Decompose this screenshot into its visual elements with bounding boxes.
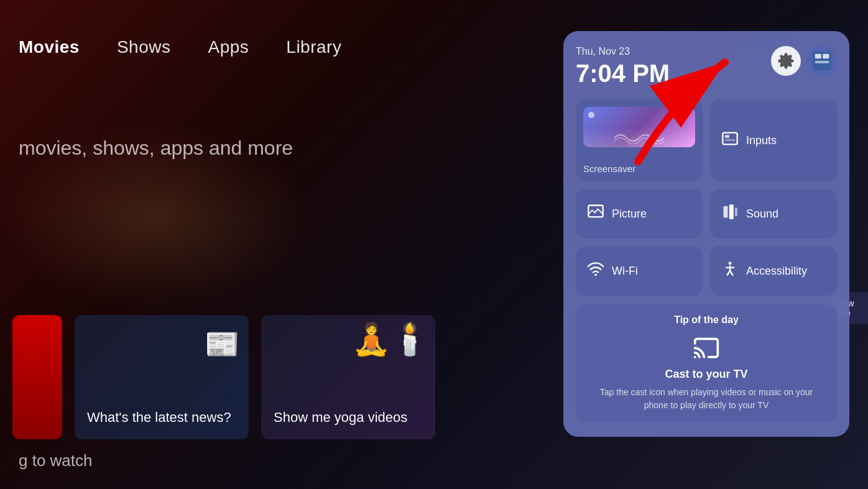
- tip-cast-heading: Cast to your TV: [665, 368, 747, 381]
- bottom-label: g to watch: [19, 451, 93, 470]
- accessibility-label: Accessibility: [746, 265, 807, 278]
- svg-rect-3: [815, 61, 829, 63]
- picture-icon: [587, 203, 604, 224]
- tip-of-day-section: Tip of the day Cast to your TV Tap the c…: [576, 304, 837, 422]
- tip-cast-body: Tap the cast icon when playing videos or…: [587, 386, 826, 412]
- picture-label: Picture: [612, 208, 647, 221]
- svg-rect-4: [723, 133, 737, 145]
- content-card-news[interactable]: 📰 What's the latest news?: [75, 315, 249, 439]
- svg-point-11: [594, 274, 597, 276]
- inputs-svg-icon: [721, 130, 739, 147]
- tile-accessibility[interactable]: Accessibility: [710, 246, 837, 296]
- settings-button[interactable]: [771, 46, 801, 76]
- svg-line-15: [727, 270, 730, 275]
- nav-item-library[interactable]: Library: [286, 37, 341, 57]
- panel-header: Thu, Nov 23 7:04 PM: [576, 46, 837, 87]
- yoga-card-label: Show me yoga videos: [274, 409, 423, 427]
- inputs-icon: [721, 130, 739, 151]
- tile-wifi[interactable]: Wi-Fi: [576, 246, 703, 296]
- inputs-label: Inputs: [746, 134, 777, 147]
- nav-item-apps[interactable]: Apps: [208, 37, 249, 57]
- gear-icon: [777, 52, 795, 70]
- accessibility-icon: [721, 260, 739, 281]
- panel-date: Thu, Nov 23: [576, 46, 670, 57]
- svg-point-12: [729, 262, 732, 265]
- svg-rect-8: [724, 206, 728, 218]
- cast-icon: [691, 333, 721, 363]
- tile-sound[interactable]: Sound: [710, 189, 837, 239]
- svg-rect-9: [729, 204, 734, 219]
- wifi-label: Wi-Fi: [612, 265, 638, 278]
- nav-item-shows[interactable]: Shows: [117, 37, 171, 57]
- quick-settings-panel: Thu, Nov 23 7:04 PM: [563, 31, 849, 437]
- svg-rect-10: [735, 208, 737, 216]
- cast-svg-icon: [693, 334, 720, 362]
- tip-content: Cast to your TV Tap the cast icon when p…: [587, 333, 826, 412]
- hero-subtitle: movies, shows, apps and more: [19, 137, 293, 160]
- content-cards: 📰 What's the latest news? 🧘🕯️ Show me yo…: [0, 315, 448, 439]
- tile-inputs[interactable]: Inputs: [710, 99, 837, 181]
- picture-svg-icon: [587, 203, 604, 221]
- sound-svg-icon: [721, 203, 739, 221]
- yoga-emoji: 🧘🕯️: [352, 321, 429, 357]
- svg-rect-5: [725, 135, 729, 138]
- profile-button[interactable]: [807, 46, 837, 76]
- tile-screensaver[interactable]: Screensaver: [576, 99, 703, 181]
- svg-rect-2: [823, 54, 829, 59]
- panel-time: 7:04 PM: [576, 60, 670, 87]
- panel-icon-buttons: [771, 46, 837, 76]
- screensaver-label: Screensaver: [583, 163, 635, 174]
- panel-datetime: Thu, Nov 23 7:04 PM: [576, 46, 670, 87]
- tip-title: Tip of the day: [587, 314, 826, 326]
- nav-bar: Movies Shows Apps Library: [19, 37, 341, 57]
- nav-item-movies[interactable]: Movies: [19, 37, 80, 57]
- news-card-label: What's the latest news?: [87, 409, 236, 427]
- content-card-yoga[interactable]: 🧘🕯️ Show me yoga videos: [261, 315, 435, 439]
- accessibility-svg-icon: [721, 260, 739, 278]
- screensaver-waves-svg: [614, 129, 664, 144]
- svg-line-16: [730, 270, 733, 275]
- content-card-red: [12, 315, 62, 439]
- sound-icon: [721, 203, 739, 224]
- wifi-icon: [587, 260, 604, 281]
- sound-label: Sound: [746, 208, 778, 221]
- screensaver-preview: [583, 107, 695, 147]
- wifi-svg-icon: [587, 260, 604, 278]
- profile-icon: [813, 52, 831, 70]
- news-icon: 📰: [205, 327, 239, 360]
- tile-picture[interactable]: Picture: [576, 189, 703, 239]
- svg-rect-1: [815, 54, 821, 59]
- quick-tiles-grid: Screensaver Inputs Picture: [576, 99, 837, 296]
